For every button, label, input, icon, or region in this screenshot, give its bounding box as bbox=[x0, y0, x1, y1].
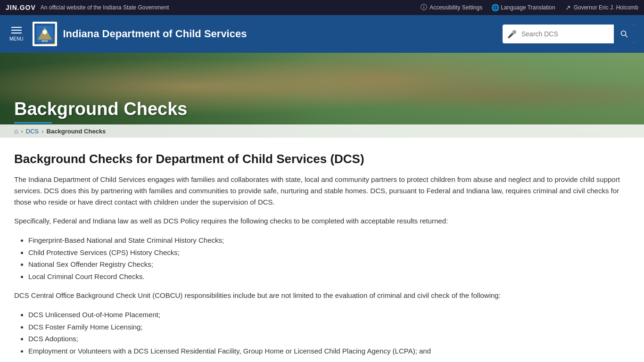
list-item: Child Protective Services (CPS) History … bbox=[28, 247, 630, 259]
language-link[interactable]: 🌐 Language Translation bbox=[492, 4, 555, 11]
menu-bar-2 bbox=[11, 30, 22, 31]
search-box: 🎤 bbox=[503, 25, 635, 43]
menu-label: MENU bbox=[9, 36, 23, 41]
logo-inner: DCS bbox=[34, 24, 55, 44]
accessibility-icon: ⓘ bbox=[421, 4, 427, 11]
list-item: Fingerprint-Based National and State Cri… bbox=[28, 234, 630, 247]
page-heading: Background Checks for Department of Chil… bbox=[14, 152, 630, 166]
accessibility-link[interactable]: ⓘ Accessibility Settings bbox=[421, 4, 482, 11]
breadcrumb-sep-2: › bbox=[41, 128, 43, 135]
official-text: An official website of the Indiana State… bbox=[41, 4, 169, 11]
hero-title: Background Checks bbox=[14, 99, 187, 119]
microphone-icon[interactable]: 🎤 bbox=[503, 30, 521, 39]
intro-paragraph-2: Specifically, Federal and Indiana law as… bbox=[14, 215, 630, 227]
hero-content: Background Checks bbox=[14, 99, 187, 123]
logo-area: DCS Indiana Department of Child Services bbox=[33, 22, 247, 46]
site-header: MENU DCS Indiana Department of Child Ser… bbox=[0, 15, 644, 53]
list-item: Employment or Volunteers with a DCS Lice… bbox=[28, 345, 630, 357]
list-item: National Sex Offender Registry Checks; bbox=[28, 258, 630, 271]
svg-point-3 bbox=[42, 30, 47, 34]
language-label: Language Translation bbox=[501, 4, 555, 11]
main-content: Background Checks for Department of Chil… bbox=[0, 138, 644, 362]
search-button[interactable] bbox=[614, 25, 635, 43]
cobcu-list: DCS Unlicensed Out-of-Home Placement;DCS… bbox=[28, 309, 630, 357]
breadcrumb: ⌂ › DCS › Background Checks bbox=[0, 124, 644, 138]
jin-logo[interactable]: JIN.GOV bbox=[6, 4, 36, 11]
menu-bar-1 bbox=[11, 27, 22, 28]
language-icon: 🌐 bbox=[492, 4, 498, 11]
svg-line-6 bbox=[625, 35, 627, 37]
list-item: Local Criminal Court Record Checks. bbox=[28, 271, 630, 283]
list-item: DCS Adoptions; bbox=[28, 333, 630, 345]
accessibility-label: Accessibility Settings bbox=[429, 4, 482, 11]
governor-label: Governor Eric J. Holcomb bbox=[574, 4, 638, 11]
breadcrumb-dcs-link[interactable]: DCS bbox=[26, 128, 39, 135]
external-link-icon: ↗ bbox=[565, 4, 571, 11]
list-item: DCS Foster Family Home Licensing; bbox=[28, 321, 630, 333]
intro-paragraph-1: The Indiana Department of Child Services… bbox=[14, 174, 630, 208]
top-links: ⓘ Accessibility Settings 🌐 Language Tran… bbox=[421, 4, 638, 11]
site-title: Indiana Department of Child Services bbox=[63, 28, 247, 40]
menu-button[interactable]: MENU bbox=[9, 27, 23, 41]
search-area: 🎤 bbox=[503, 25, 635, 43]
breadcrumb-current: Background Checks bbox=[47, 128, 106, 135]
home-icon: ⌂ bbox=[14, 127, 18, 135]
menu-bar-3 bbox=[11, 33, 22, 33]
cobcu-paragraph: DCS Central Office Background Check Unit… bbox=[14, 290, 630, 301]
agency-logo: DCS bbox=[33, 22, 57, 46]
hero-banner: Background Checks ⌂ › DCS › Background C… bbox=[0, 53, 644, 138]
breadcrumb-sep-1: › bbox=[21, 128, 23, 135]
svg-text:DCS: DCS bbox=[42, 40, 48, 42]
list-item: DCS Unlicensed Out-of-Home Placement; bbox=[28, 309, 630, 321]
search-input[interactable] bbox=[521, 30, 614, 38]
top-bar: JIN.GOV An official website of the India… bbox=[0, 0, 644, 15]
governor-link[interactable]: ↗ Governor Eric J. Holcomb bbox=[565, 4, 638, 11]
checks-list: Fingerprint-Based National and State Cri… bbox=[28, 234, 630, 282]
hero-underline bbox=[14, 122, 52, 123]
